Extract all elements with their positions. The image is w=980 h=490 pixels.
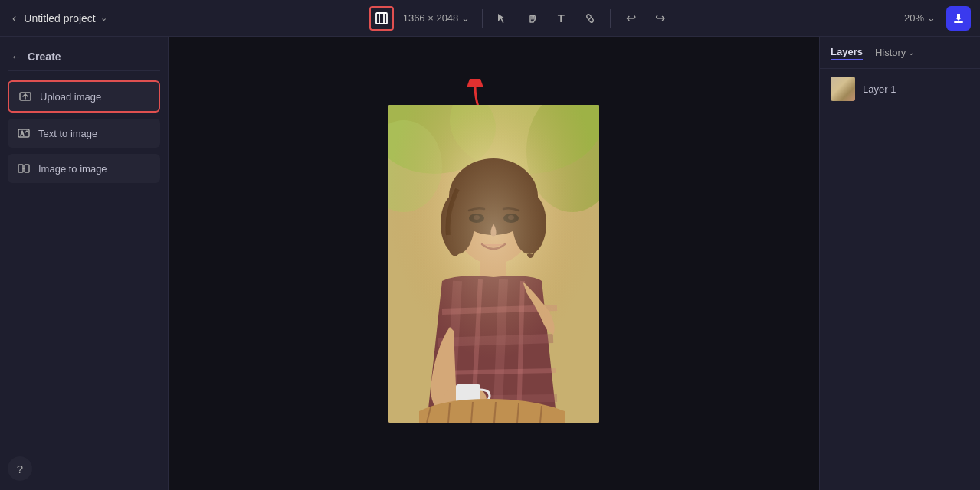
project-title: Untitled project bbox=[24, 12, 95, 24]
svg-rect-3 bbox=[954, 21, 963, 23]
sidebar-item-upload-image[interactable]: Upload image bbox=[8, 80, 160, 113]
redo-button[interactable]: ↪ bbox=[647, 6, 672, 31]
sidebar-header: ← Create bbox=[8, 46, 160, 71]
hand-tool-button[interactable] bbox=[519, 6, 544, 31]
history-chevron: ⌄ bbox=[908, 48, 914, 57]
right-panel: Layers History ⌄ Layer 1 bbox=[819, 37, 980, 490]
topbar-center: 1366 × 2048 ⌄ T ↩ bbox=[184, 6, 857, 31]
zoom-chevron: ⌄ bbox=[927, 12, 936, 24]
layer-name: Layer 1 bbox=[863, 83, 896, 95]
zoom-button[interactable]: 20% ⌄ bbox=[900, 9, 940, 27]
zoom-label: 20% bbox=[904, 12, 924, 24]
back-button[interactable]: ‹ bbox=[9, 8, 19, 28]
text-to-image-label: Text to image bbox=[38, 128, 97, 139]
sidebar-item-text-to-image[interactable]: Text to image bbox=[8, 119, 160, 148]
tool-separator-1 bbox=[482, 9, 483, 28]
help-icon: ? bbox=[17, 462, 23, 475]
sidebar-item-image-to-image[interactable]: Image to image bbox=[8, 154, 160, 183]
topbar-left: ‹ Untitled project ⌄ bbox=[9, 8, 178, 28]
canvas-size-button[interactable]: 1366 × 2048 ⌄ bbox=[398, 9, 475, 27]
svg-rect-0 bbox=[376, 13, 387, 24]
undo-icon: ↩ bbox=[626, 11, 636, 25]
sidebar-back-icon: ← bbox=[11, 51, 21, 63]
upload-image-label: Upload image bbox=[40, 91, 101, 103]
canvas-area[interactable] bbox=[169, 37, 819, 490]
undo-button[interactable]: ↩ bbox=[618, 6, 643, 31]
tab-layers[interactable]: Layers bbox=[831, 44, 863, 60]
help-button[interactable]: ? bbox=[8, 456, 32, 481]
image-to-image-label: Image to image bbox=[38, 163, 107, 175]
canvas-size-label: 1366 × 2048 bbox=[403, 12, 459, 24]
sidebar-header-label: Create bbox=[28, 51, 61, 63]
text-to-image-icon bbox=[17, 126, 31, 140]
layer-thumbnail bbox=[831, 77, 855, 101]
topbar: ‹ Untitled project ⌄ 1366 × 2048 ⌄ bbox=[0, 0, 980, 37]
right-panel-tabs: Layers History ⌄ bbox=[820, 37, 980, 69]
sidebar-footer: ? bbox=[8, 456, 160, 481]
redo-icon: ↪ bbox=[655, 11, 665, 25]
portrait-svg bbox=[388, 105, 599, 423]
text-tool-button[interactable]: T bbox=[549, 6, 573, 31]
canvas-size-chevron: ⌄ bbox=[461, 12, 470, 24]
canvas-image bbox=[388, 105, 599, 423]
svg-rect-8 bbox=[25, 165, 29, 172]
link-tool-button[interactable] bbox=[578, 6, 602, 31]
svg-rect-7 bbox=[18, 165, 23, 172]
topbar-right: 20% ⌄ bbox=[864, 6, 971, 31]
project-title-chevron: ⌄ bbox=[100, 13, 107, 23]
tool-separator-2 bbox=[610, 9, 611, 28]
svg-rect-41 bbox=[388, 105, 599, 423]
export-button[interactable] bbox=[946, 6, 971, 31]
upload-image-icon bbox=[18, 90, 32, 103]
main-area: ← Create Upload image Text to bbox=[0, 37, 980, 490]
text-icon: T bbox=[558, 11, 565, 24]
sidebar: ← Create Upload image Text to bbox=[0, 37, 169, 490]
tab-history[interactable]: History ⌄ bbox=[875, 47, 914, 58]
layer-item[interactable]: Layer 1 bbox=[820, 69, 980, 109]
resize-tool-button[interactable] bbox=[369, 6, 394, 31]
image-to-image-icon bbox=[17, 162, 31, 175]
select-tool-button[interactable] bbox=[490, 6, 515, 31]
